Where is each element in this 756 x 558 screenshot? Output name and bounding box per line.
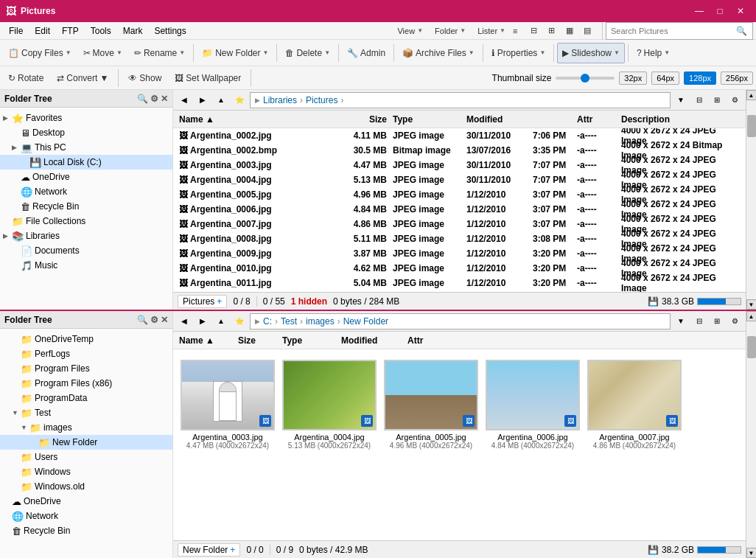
tree-perflogs[interactable]: 📁 PerfLogs (0, 346, 172, 361)
tree-users[interactable]: 📁 Users (0, 450, 172, 464)
col2-modified[interactable]: Modified (338, 335, 405, 346)
layout-thumb-btn-2[interactable]: ⊞ (709, 313, 725, 329)
search-box[interactable]: 🔍 (606, 22, 753, 40)
col2-name[interactable]: Name ▲ (176, 335, 235, 346)
show-btn[interactable]: 👁 Show (123, 69, 167, 87)
tree-file-collections[interactable]: 📁 File Collections (0, 214, 172, 229)
tree-recycle-1[interactable]: 🗑 Recycle Bin (0, 199, 172, 214)
scroll-thumb-2[interactable] (747, 336, 756, 358)
tree-documents[interactable]: 📄 Documents (0, 243, 172, 258)
back-btn-1[interactable]: ◀ (176, 92, 192, 108)
help-btn[interactable]: ? Help ▼ (631, 43, 675, 63)
layout-btn-1[interactable]: ⊟ (691, 92, 707, 108)
layout-btn-2[interactable]: ⊟ (691, 313, 707, 329)
path-test[interactable]: Test (281, 316, 297, 327)
home-btn-2[interactable]: ⭐ (231, 313, 248, 329)
tree-local-disk[interactable]: 💾 Local Disk (C:) (0, 155, 172, 170)
sidebar-search-icon[interactable]: 🔍 (137, 94, 148, 104)
tree-windows-old[interactable]: 📁 Windows.old (0, 479, 172, 494)
col-type-header[interactable]: Type (390, 114, 463, 125)
tree-programdata[interactable]: 📁 ProgramData (0, 391, 172, 405)
forward-btn-1[interactable]: ▶ (195, 92, 211, 108)
sidebar-search-icon-2[interactable]: 🔍 (137, 315, 148, 325)
col-desc-header[interactable]: Description (618, 114, 743, 125)
rename-btn[interactable]: ✏ Rename ▼ (129, 43, 190, 63)
tree-music[interactable]: 🎵 Music (0, 258, 172, 273)
up-btn-2[interactable]: ▲ (213, 313, 229, 329)
tree-onedrive-1[interactable]: ☁ OneDrive (0, 170, 172, 184)
tree-windows[interactable]: 📁 Windows (0, 464, 172, 479)
lister-dropdown[interactable]: Lister ▼ (472, 23, 511, 39)
scroll-down-1[interactable]: ▼ (746, 299, 757, 310)
home-btn-1[interactable]: ⭐ (231, 92, 248, 108)
path-dropdown-1[interactable]: ▼ (673, 92, 689, 108)
up-btn-1[interactable]: ▲ (213, 92, 229, 108)
file-row[interactable]: 🖼 Argentina_0011.jpg 5.04 MB JPEG image … (173, 276, 746, 290)
view-dropdown[interactable]: View ▼ (392, 23, 428, 39)
layout-thumb-btn-1[interactable]: ⊞ (709, 92, 725, 108)
sidebar-config-icon-2[interactable]: ⚙ (150, 315, 158, 325)
thumbnail-item[interactable]: 🖼 Argentina_0003.jpg 4.47 MB (4000x2672x… (181, 357, 275, 533)
rotate-btn[interactable]: ↻ Rotate (3, 69, 49, 87)
tree-favorites[interactable]: ▶ ⭐ Favorites (0, 111, 172, 125)
thumbnail-item[interactable]: 🖼 Argentina_0007.jpg 4.86 MB (4000x2672x… (587, 357, 682, 533)
archive-files-btn[interactable]: 📦 Archive Files ▼ (397, 43, 480, 63)
tree-program-files[interactable]: 📁 Program Files (0, 361, 172, 376)
thumbnail-item[interactable]: 🖼 Argentina_0005.jpg 4.96 MB (4000x2672x… (384, 357, 478, 533)
path-c[interactable]: C: (263, 316, 272, 327)
tree-network-2[interactable]: 🌐 Network (0, 509, 172, 523)
menu-mark[interactable]: Mark (117, 24, 149, 38)
tree-images[interactable]: ▼ 📁 images (0, 420, 172, 435)
size-slider[interactable] (556, 77, 615, 80)
forward-btn-2[interactable]: ▶ (195, 313, 211, 329)
menu-tools[interactable]: Tools (85, 24, 117, 38)
tree-onedrive-2[interactable]: ☁ OneDrive (0, 494, 172, 509)
search-input[interactable] (611, 27, 736, 35)
size-128-btn[interactable]: 128px (684, 72, 716, 85)
scroll-track-1[interactable] (746, 100, 757, 299)
tree-network-1[interactable]: 🌐 Network (0, 184, 172, 199)
path-dropdown-2[interactable]: ▼ (673, 313, 689, 329)
sidebar-close-icon-2[interactable]: ✕ (161, 315, 168, 325)
tree-onedrivetemp[interactable]: 📁 OneDriveTemp (0, 332, 172, 346)
delete-btn[interactable]: 🗑 Delete ▼ (280, 43, 335, 63)
back-btn-2[interactable]: ◀ (176, 313, 192, 329)
sidebar-config-icon[interactable]: ⚙ (150, 94, 158, 104)
slideshow-btn[interactable]: ▶ Slideshow ▼ (557, 43, 625, 63)
thumbnail-item[interactable]: 🖼 Argentina_0006.jpg 4.84 MB (4000x2672x… (486, 357, 580, 533)
menu-ftp[interactable]: FTP (56, 24, 85, 38)
col-modified-header[interactable]: Modified (463, 114, 530, 125)
set-wallpaper-btn[interactable]: 🖼 Set Wallpaper (169, 69, 246, 87)
sidebar-close-icon[interactable]: ✕ (161, 94, 168, 104)
admin-btn[interactable]: 🔧 Admin (342, 43, 391, 63)
path-bar-1[interactable]: ▶ Libraries › Pictures › (250, 92, 671, 108)
tree-libraries[interactable]: ▶ 📚 Libraries (0, 229, 172, 243)
path-images[interactable]: images (306, 316, 335, 327)
size-32-btn[interactable]: 32px (619, 72, 647, 85)
tree-desktop[interactable]: 🖥 Desktop (0, 125, 172, 140)
move-btn[interactable]: ✂ Move ▼ (78, 43, 127, 63)
maximize-button[interactable]: □ (710, 3, 729, 19)
col-attr-header[interactable]: Attr (574, 114, 618, 125)
menu-file[interactable]: File (3, 24, 29, 38)
path-item-libraries[interactable]: Libraries (263, 95, 297, 105)
path-item-pictures[interactable]: Pictures (306, 95, 337, 105)
path-newfolder[interactable]: New Folder (343, 316, 388, 327)
folder-dropdown[interactable]: Folder ▼ (430, 23, 471, 39)
tree-program-files-x86[interactable]: 📁 Program Files (x86) (0, 376, 172, 391)
thumbnail-item[interactable]: 🖼 Argentina_0004.jpg 5.13 MB (4000x2672x… (282, 357, 377, 533)
tree-test[interactable]: ▼ 📁 Test (0, 405, 172, 420)
col-size-header[interactable]: Size (338, 114, 390, 125)
view-list-btn[interactable]: ≡ (512, 23, 528, 39)
copy-files-btn[interactable]: 📋 Copy Files ▼ (3, 43, 77, 63)
col2-type[interactable]: Type (279, 335, 338, 346)
new-folder-btn[interactable]: 📁 New Folder ▼ (197, 43, 273, 63)
close-button[interactable]: ✕ (731, 3, 750, 19)
status-tab-pictures[interactable]: Pictures + (178, 295, 227, 308)
path-bar-2[interactable]: ▶ C: › Test › images › New Folder (250, 313, 671, 329)
scrollbar-1[interactable]: ▲ ▼ (746, 90, 756, 310)
status-tab-newfolder[interactable]: New Folder + (178, 543, 240, 557)
menu-edit[interactable]: Edit (29, 24, 56, 38)
col-name-header[interactable]: Name ▲ (176, 114, 338, 125)
col2-attr[interactable]: Attr (405, 335, 449, 346)
